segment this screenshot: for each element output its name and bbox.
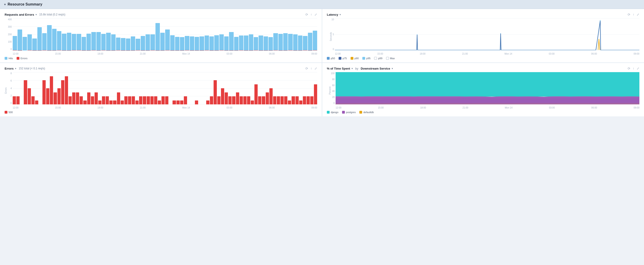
- error-bar: [206, 100, 210, 105]
- errors-title: Errors: [4, 67, 14, 70]
- errors-dropdown-icon[interactable]: ▾: [15, 67, 16, 70]
- errors-bars: [13, 72, 317, 104]
- bar-group: [293, 18, 298, 50]
- bar-group: [225, 72, 228, 104]
- requests-refresh-icon[interactable]: ⟳: [306, 13, 308, 16]
- time-spent-svg: [336, 72, 640, 104]
- requests-export-icon[interactable]: ↑: [310, 13, 312, 16]
- error-bar: [280, 96, 284, 104]
- bar-group: [244, 18, 248, 50]
- errors-y-axis: 8 6 4 2 0: [4, 72, 13, 104]
- x-label: 06:00: [592, 106, 597, 109]
- latency-dropdown-icon[interactable]: ▾: [340, 13, 341, 16]
- error-bar: [303, 50, 307, 50]
- error-bar: [217, 96, 220, 104]
- page-wrapper: ▾ Resource Summary Requests and Errors ▾…: [0, 0, 644, 265]
- legend-p95: p95: [362, 57, 370, 60]
- hit-bar: [254, 37, 258, 50]
- max-label: Max: [390, 57, 395, 60]
- bar-group: [251, 72, 254, 104]
- error-bar: [270, 88, 273, 104]
- hit-bar: [224, 36, 228, 50]
- time-spent-title: % of Time Spent: [327, 67, 350, 70]
- bar-group: [28, 72, 31, 104]
- requests-errors-dropdown-icon[interactable]: ▾: [36, 13, 37, 16]
- errors-x-axis: 12:00 15:00 18:00 21:00 Mon 14 03:00 06:…: [13, 106, 317, 109]
- error-bar: [102, 96, 105, 104]
- requests-bars: [13, 18, 317, 50]
- errors-refresh-icon[interactable]: ⟳: [306, 67, 308, 70]
- p95-dot: [362, 57, 365, 60]
- django-dot: [327, 111, 330, 114]
- errors-header: Errors ▾ 152 total (< 0.1 req/s) ⟳ ↑ ⤢: [4, 67, 317, 70]
- time-spent-refresh-icon[interactable]: ⟳: [628, 67, 630, 70]
- hit-bar: [121, 38, 125, 50]
- bar-group: [160, 18, 165, 50]
- error-bar: [172, 100, 176, 105]
- x-label: 12:00: [13, 106, 18, 109]
- bar-group: [308, 18, 312, 50]
- bar-group: [273, 72, 276, 104]
- errors-expand-icon[interactable]: ⤢: [314, 67, 317, 70]
- time-spent-legend: django postgres defaultdb: [327, 111, 640, 114]
- errors-subtitle: 152 total (< 0.1 req/s): [19, 67, 45, 70]
- hit-bar: [126, 38, 130, 51]
- latency-refresh-icon[interactable]: ⟳: [628, 13, 630, 16]
- error-bar: [101, 50, 106, 50]
- bar-group: [101, 18, 106, 50]
- errors-export-icon[interactable]: ↑: [310, 67, 312, 70]
- bar-group: [37, 18, 42, 50]
- bar-group: [91, 72, 94, 104]
- error-bar: [98, 100, 102, 105]
- y-label: 0: [332, 48, 335, 50]
- bar-group: [195, 18, 199, 50]
- x-label: 06:00: [269, 106, 275, 109]
- latency-title-group: Latency ▾: [327, 13, 341, 16]
- error-bar: [162, 96, 165, 104]
- bar-group: [210, 18, 214, 50]
- x-label: 15:00: [55, 52, 61, 55]
- bar-group: [210, 72, 213, 104]
- latency-expand-icon[interactable]: ⤢: [636, 13, 640, 16]
- bar-group: [67, 18, 71, 50]
- bar-group: [277, 72, 280, 104]
- error-bar: [258, 96, 261, 104]
- legend-postgres: postgres: [342, 111, 356, 114]
- bar-group: [50, 72, 53, 104]
- x-label: 12:00: [336, 106, 342, 109]
- error-bar: [54, 92, 57, 105]
- downstream-dropdown-icon[interactable]: ▾: [392, 67, 393, 70]
- hit-bar: [62, 34, 66, 51]
- collapse-icon[interactable]: ▾: [4, 2, 6, 6]
- hit-bar: [111, 34, 116, 50]
- error-bar: [132, 96, 135, 104]
- bar-group: [191, 72, 194, 104]
- bar-group: [298, 18, 302, 50]
- hit-bar: [288, 34, 292, 50]
- error-bar: [247, 96, 250, 104]
- bar-group: [139, 72, 142, 104]
- time-spent-export-icon[interactable]: ↑: [633, 67, 634, 70]
- requests-expand-icon[interactable]: ⤢: [314, 13, 317, 16]
- x-label: 21:00: [462, 106, 468, 109]
- p90-dot: [350, 57, 353, 60]
- error-bar: [58, 88, 61, 104]
- bar-group: [109, 72, 112, 104]
- bar-group: [150, 72, 154, 104]
- latency-export-icon[interactable]: ↑: [633, 13, 634, 16]
- time-spent-dropdown-icon[interactable]: ▾: [352, 67, 353, 70]
- x-label: 18:00: [420, 106, 426, 109]
- hit-bar: [219, 34, 224, 50]
- time-spent-expand-icon[interactable]: ⤢: [636, 67, 640, 70]
- bar-group: [165, 18, 170, 50]
- bar-group: [303, 72, 306, 104]
- bar-group: [219, 18, 224, 50]
- p75-label: p75: [342, 57, 347, 60]
- bar-group: [190, 18, 194, 50]
- requests-y-axis: 400 300 200 100 0: [4, 18, 13, 50]
- p99-dot: [374, 57, 377, 60]
- bar-group: [124, 72, 128, 104]
- errors-chart-area: Errors 8 6 4 2 0 12:00 15:00 18:00 21:00…: [4, 72, 317, 109]
- bar-group: [236, 72, 239, 104]
- bar-group: [24, 72, 27, 104]
